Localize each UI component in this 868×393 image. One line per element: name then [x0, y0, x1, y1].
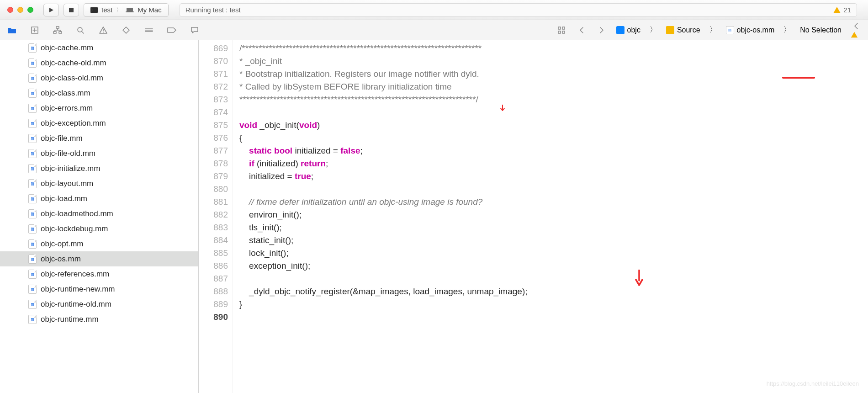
hierarchy-icon — [53, 26, 62, 34]
file-row[interactable]: mobjc-os.mm — [0, 251, 198, 266]
file-type-icon: m — [28, 209, 37, 218]
jumpbar-related-items[interactable] — [556, 25, 567, 36]
file-name-label: objc-load.mm — [41, 194, 87, 203]
file-type-icon: m — [726, 26, 734, 34]
minimize-window-button[interactable] — [17, 7, 23, 13]
file-name-label: objc-opt.mm — [41, 239, 84, 249]
file-row[interactable]: mobjc-layout.mm — [0, 176, 198, 191]
breadcrumb-folder[interactable]: Source — [666, 26, 700, 34]
file-row[interactable]: mobjc-exception.mm — [0, 116, 198, 131]
file-name-label: objc-runtime.mm — [41, 315, 99, 324]
scheme-selector[interactable]: test 〉 My Mac — [84, 3, 169, 17]
breadcrumb-project[interactable]: objc — [616, 26, 640, 34]
file-name-label: objc-references.mm — [41, 270, 109, 279]
file-row[interactable]: mobjc-class-old.mm — [0, 70, 198, 85]
activity-viewer[interactable]: Running test : test 21 — [180, 3, 857, 17]
main-split: mobjc-cache.mmmobjc-cache-old.mmmobjc-cl… — [0, 40, 868, 393]
file-row[interactable]: mobjc-opt.mm — [0, 236, 198, 251]
file-name-label: objc-cache-old.mm — [41, 58, 106, 68]
chevron-right-icon: 〉 — [783, 25, 791, 35]
close-window-button[interactable] — [7, 7, 13, 13]
project-icon — [616, 26, 625, 34]
stop-button[interactable] — [64, 4, 79, 16]
warning-outline-icon — [99, 26, 107, 34]
run-destination: My Mac — [138, 6, 162, 14]
scm-icon — [31, 26, 39, 34]
file-name-label: objc-exception.mm — [41, 119, 106, 128]
file-row[interactable]: mobjc-initialize.mm — [0, 161, 198, 176]
file-name-label: objc-file-old.mm — [41, 149, 95, 158]
laptop-icon — [126, 7, 134, 13]
gauge-icon — [144, 27, 153, 33]
source-editor[interactable]: 8698708718728738748758768778788798808818… — [199, 40, 868, 393]
file-row[interactable]: mobjc-runtime-new.mm — [0, 281, 198, 297]
file-name-label: objc-initialize.mm — [41, 164, 100, 173]
file-row[interactable]: mobjc-lockdebug.mm — [0, 221, 198, 236]
svg-rect-12 — [558, 31, 561, 33]
source-control-navigator-tab[interactable] — [29, 25, 40, 36]
nav-forward-button[interactable] — [596, 25, 607, 36]
debug-navigator-tab[interactable] — [143, 25, 154, 36]
file-type-icon: m — [28, 43, 37, 53]
file-type-icon: m — [28, 179, 37, 188]
navigator-selector-bar: objc 〉 Source 〉 m objc-os.mm 〉 No Select… — [0, 20, 868, 40]
file-row[interactable]: mobjc-errors.mm — [0, 101, 198, 116]
nav-back-button[interactable] — [576, 25, 587, 36]
editor-pane: 8698708718728738748758768778788798808818… — [199, 40, 868, 393]
file-type-icon: m — [28, 104, 37, 113]
svg-rect-1 — [90, 7, 98, 13]
svg-rect-3 — [126, 11, 134, 12]
file-type-icon: m — [28, 164, 37, 173]
chevron-right-icon: 〉 — [709, 25, 717, 35]
file-type-icon: m — [28, 119, 37, 128]
report-navigator-tab[interactable] — [189, 25, 200, 36]
file-row[interactable]: mobjc-class.mm — [0, 85, 198, 101]
run-button[interactable] — [43, 4, 59, 16]
code-text[interactable]: /***************************************… — [233, 40, 868, 393]
file-type-icon: m — [28, 89, 37, 98]
breakpoint-navigator-tab[interactable] — [166, 25, 177, 36]
nav-back-secondary[interactable] — [851, 21, 862, 32]
zoom-window-button[interactable] — [27, 7, 33, 13]
diamond-icon — [122, 26, 130, 34]
grid-icon — [557, 26, 566, 34]
file-row[interactable]: mobjc-runtime.mm — [0, 312, 198, 327]
file-row[interactable]: mobjc-file.mm — [0, 131, 198, 146]
folder-icon — [7, 27, 16, 34]
chevron-left-icon — [853, 22, 859, 30]
file-row[interactable]: mobjc-file-old.mm — [0, 146, 198, 161]
speech-icon — [191, 27, 199, 34]
project-navigator[interactable]: mobjc-cache.mmmobjc-cache-old.mmmobjc-cl… — [0, 40, 199, 393]
search-icon — [76, 26, 85, 34]
symbol-navigator-tab[interactable] — [52, 25, 63, 36]
file-row[interactable]: mobjc-load.mm — [0, 191, 198, 206]
file-name-label: objc-cache.mm — [41, 43, 93, 53]
watermark-text: https://blog.csdn.net/leilei110eileen — [767, 377, 859, 390]
breadcrumb-label: No Selection — [800, 26, 842, 34]
project-navigator-tab[interactable] — [6, 25, 17, 36]
issue-navigator-tab[interactable] — [98, 25, 109, 36]
play-icon — [48, 7, 54, 13]
file-name-label: objc-file.mm — [41, 134, 83, 143]
chevron-left-icon — [579, 26, 584, 34]
warning-icon[interactable] — [851, 32, 857, 37]
warning-count: 21 — [843, 6, 851, 14]
breadcrumb-file[interactable]: m objc-os.mm — [726, 26, 775, 34]
activity-text: Running test : test — [185, 6, 241, 14]
terminal-icon — [90, 7, 98, 13]
chevron-right-icon: 〉 — [116, 6, 122, 14]
file-type-icon: m — [28, 255, 37, 264]
file-row[interactable]: mobjc-cache-old.mm — [0, 55, 198, 70]
test-navigator-tab[interactable] — [121, 25, 132, 36]
file-name-label: objc-class.mm — [41, 89, 90, 98]
file-row[interactable]: mobjc-runtime-old.mm — [0, 297, 198, 312]
file-row[interactable]: mobjc-references.mm — [0, 266, 198, 281]
file-type-icon: m — [28, 270, 37, 279]
breadcrumb-selection[interactable]: No Selection — [800, 26, 842, 34]
file-row[interactable]: mobjc-cache.mm — [0, 40, 198, 55]
file-type-icon: m — [28, 285, 37, 294]
file-row[interactable]: mobjc-loadmethod.mm — [0, 206, 198, 221]
file-name-label: objc-errors.mm — [41, 104, 93, 113]
find-navigator-tab[interactable] — [75, 25, 86, 36]
svg-rect-10 — [558, 27, 561, 29]
